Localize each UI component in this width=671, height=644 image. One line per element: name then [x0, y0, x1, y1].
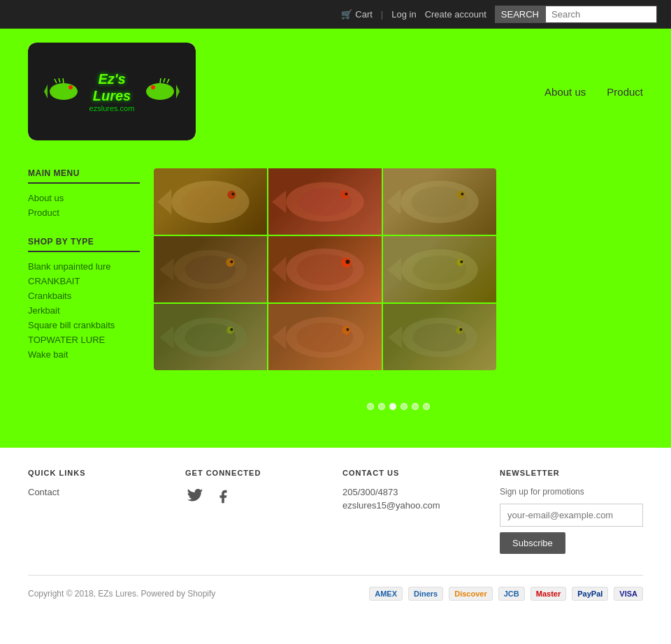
- payment-discover: Discover: [449, 587, 492, 601]
- svg-marker-14: [157, 189, 171, 214]
- grid-image-2: [268, 168, 382, 235]
- svg-point-31: [230, 261, 233, 263]
- grid-image-3: [383, 168, 496, 235]
- fish-image-1: [154, 168, 267, 235]
- svg-marker-39: [387, 258, 401, 281]
- logo-url: ezslures.com: [89, 104, 135, 112]
- footer-newsletter: NEWSLETTER Sign up for promotions Subscr…: [500, 469, 643, 554]
- carousel-dot-3[interactable]: [389, 403, 396, 410]
- header: Ez'sLures ezslures.com About us Product: [0, 29, 671, 154]
- footer-get-connected: GET CONNECTED: [185, 469, 329, 554]
- footer: QUICK LINKS Contact GET CONNECTED: [0, 448, 671, 612]
- newsletter-description: Sign up for promotions: [500, 487, 643, 497]
- svg-point-2: [68, 85, 73, 89]
- sidebar-item-crankbait[interactable]: CRANKBAIT: [28, 274, 140, 288]
- svg-marker-49: [272, 325, 286, 349]
- contact-link[interactable]: Contact: [28, 487, 171, 497]
- svg-line-11: [160, 78, 161, 83]
- svg-marker-24: [387, 189, 401, 214]
- grid-image-9: [383, 304, 496, 370]
- copyright-text: Copyright © 2018, EZs Lures. Powered by …: [28, 589, 215, 599]
- newsletter-title: NEWSLETTER: [500, 469, 643, 477]
- svg-marker-19: [272, 191, 286, 213]
- payment-amex: AMEX: [369, 587, 403, 601]
- grid-image-5: [268, 236, 382, 302]
- search-input[interactable]: [545, 6, 657, 23]
- payment-master: Master: [531, 587, 566, 601]
- carousel-dot-4[interactable]: [401, 403, 407, 410]
- footer-bottom: Copyright © 2018, EZs Lures. Powered by …: [28, 575, 643, 612]
- svg-point-15: [227, 191, 236, 199]
- svg-marker-34: [272, 257, 286, 282]
- svg-line-9: [167, 79, 169, 83]
- main-nav: About us Product: [544, 86, 643, 98]
- sidebar-item-crankbaits[interactable]: Crankbaits: [28, 288, 140, 303]
- cart-link[interactable]: 🛒 Cart: [341, 9, 373, 20]
- grid-image-7: [154, 304, 267, 370]
- payment-jcb: JCB: [498, 587, 525, 601]
- cart-label: Cart: [355, 9, 373, 20]
- sidebar-item-square-bill[interactable]: Square bill crankbaits: [28, 318, 140, 332]
- sidebar-item-product[interactable]: Product: [28, 205, 140, 220]
- svg-point-25: [456, 191, 465, 199]
- footer-quick-links: QUICK LINKS Contact: [28, 469, 171, 554]
- svg-marker-1: [44, 85, 48, 98]
- carousel-dot-5[interactable]: [412, 403, 419, 410]
- fish-image-9: [383, 304, 496, 370]
- main-menu-title: MAIN MENU: [28, 168, 140, 184]
- carousel-dot-6[interactable]: [423, 403, 430, 410]
- footer-top: QUICK LINKS Contact GET CONNECTED: [28, 469, 643, 575]
- fish-image-8: [268, 304, 382, 370]
- svg-point-30: [226, 258, 234, 267]
- svg-point-0: [50, 83, 78, 100]
- carousel-dot-2[interactable]: [378, 403, 385, 410]
- contact-info: 205/300/4873 ezslures15@yahoo.com: [342, 487, 486, 511]
- subscribe-button[interactable]: Subscribe: [500, 532, 565, 554]
- sidebar-item-about-us[interactable]: About us: [28, 191, 140, 205]
- sidebar-item-blank-unpainted[interactable]: Blank unpainted lure: [28, 259, 140, 274]
- quick-links-title: QUICK LINKS: [28, 469, 171, 477]
- carousel-dot-1[interactable]: [367, 403, 374, 410]
- fish-image-2: [268, 168, 382, 235]
- contact-phone: 205/300/4873: [342, 487, 486, 497]
- payment-paypal: PayPal: [572, 587, 608, 601]
- sidebar-item-topwater[interactable]: TOPWATER LURE: [28, 332, 140, 347]
- grid-image-1: [154, 168, 267, 235]
- social-icons: [185, 487, 329, 506]
- sidebar: MAIN MENU About us Product SHOP BY TYPE …: [28, 168, 140, 420]
- svg-point-56: [459, 328, 462, 331]
- login-link[interactable]: Log in: [391, 9, 416, 20]
- fish-image-3: [383, 168, 496, 235]
- facebook-icon[interactable]: [213, 487, 233, 506]
- logo[interactable]: Ez'sLures ezslures.com: [28, 43, 196, 140]
- fish-image-5: [268, 236, 382, 302]
- newsletter-email-input[interactable]: [500, 504, 643, 527]
- twitter-icon[interactable]: [185, 487, 205, 506]
- svg-point-21: [345, 193, 347, 196]
- create-account-link[interactable]: Create account: [425, 9, 486, 20]
- svg-point-36: [345, 260, 349, 264]
- contact-email: ezslures15@yahoo.com: [342, 500, 486, 511]
- footer-contact-us: CONTACT US 205/300/4873 ezslures15@yahoo…: [342, 469, 486, 554]
- svg-point-46: [230, 328, 233, 331]
- svg-point-26: [461, 193, 463, 196]
- svg-line-10: [164, 78, 165, 82]
- carousel-dots: [367, 403, 430, 410]
- svg-point-6: [146, 83, 174, 100]
- contact-us-title: CONTACT US: [342, 469, 486, 477]
- get-connected-title: GET CONNECTED: [185, 469, 329, 477]
- nav-about-us[interactable]: About us: [544, 86, 586, 98]
- main-content: MAIN MENU About us Product SHOP BY TYPE …: [0, 154, 671, 448]
- svg-point-16: [231, 193, 234, 196]
- sidebar-item-wake-bait[interactable]: Wake bait: [28, 347, 140, 362]
- payment-visa: VISA: [614, 587, 643, 601]
- svg-point-20: [340, 191, 349, 199]
- logo-fish-right-icon: [141, 76, 180, 108]
- search-button[interactable]: SEARCH: [495, 6, 545, 23]
- logo-fish-left-icon: [44, 76, 82, 108]
- svg-point-50: [342, 326, 350, 335]
- svg-marker-54: [388, 326, 402, 349]
- nav-product[interactable]: Product: [607, 86, 643, 98]
- sidebar-item-jerkbait[interactable]: Jerkbait: [28, 303, 140, 318]
- svg-point-51: [346, 328, 349, 331]
